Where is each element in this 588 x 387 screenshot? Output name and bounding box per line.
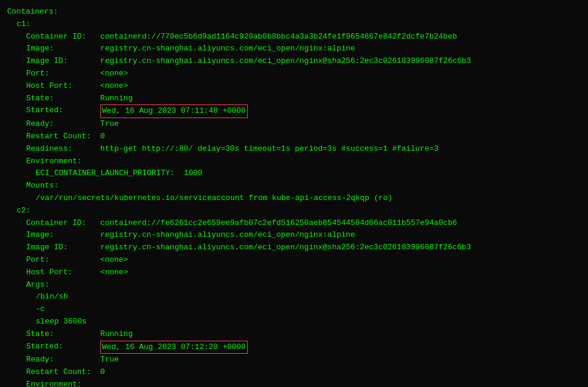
c2-environment: Environment:: [7, 379, 581, 387]
c1-environment: Environment:: [7, 156, 581, 168]
terminal-output: Containers: c1: Container ID: containerd…: [7, 6, 581, 387]
c2-image: Image: registry.cn-shanghai.aliyuncs.com…: [7, 229, 581, 242]
c1-container-id: Container ID: containerd://779ec5b6d9ad1…: [7, 31, 581, 43]
c1-image: Image: registry.cn-shanghai.aliyuncs.com…: [7, 43, 581, 55]
c2-args: Args:: [7, 279, 581, 291]
c1-host-port: Host Port: <none>: [7, 80, 581, 93]
c2-arg-c: -c: [7, 303, 581, 316]
c2-state: State: Running: [7, 328, 581, 341]
c2-host-port: Host Port: <none>: [7, 267, 581, 279]
c1-image-id: Image ID: registry.cn-shanghai.aliyuncs.…: [7, 55, 581, 68]
c1-env-priority: ECI_CONTAINER_LAUNCH_PRIORITY: 1000: [7, 167, 581, 180]
c2-port: Port: <none>: [7, 254, 581, 267]
c2-restart-count: Restart Count: 0: [7, 366, 581, 379]
c1-started: Started: Wed, 16 Aug 2023 07:11:48 +0000: [7, 104, 581, 118]
c1-state: State: Running: [7, 93, 581, 105]
c1-restart-count: Restart Count: 0: [7, 131, 581, 143]
containers-header: Containers:: [7, 6, 581, 18]
c2-header: c2:: [7, 205, 581, 217]
c1-ready: Ready: True: [7, 118, 581, 131]
c1-mount-path: /var/run/secrets/kubernetes.io/serviceac…: [7, 192, 581, 205]
c2-arg-binsh: /bin/sh: [7, 291, 581, 303]
c1-mounts: Mounts:: [7, 180, 581, 192]
c2-image-id: Image ID: registry.cn-shanghai.aliyuncs.…: [7, 242, 581, 254]
c2-container-id: Container ID: containerd://fe6261cc2e659…: [7, 217, 581, 230]
c1-readiness: Readiness: http-get http://:80/ delay=30…: [7, 143, 581, 156]
c1-port: Port: <none>: [7, 68, 581, 80]
c1-header: c1:: [7, 18, 581, 31]
c2-ready: Ready: True: [7, 354, 581, 366]
c2-started: Started: Wed, 16 Aug 2023 07:12:20 +0000: [7, 341, 581, 354]
c2-arg-sleep: sleep 3600s: [7, 316, 581, 328]
